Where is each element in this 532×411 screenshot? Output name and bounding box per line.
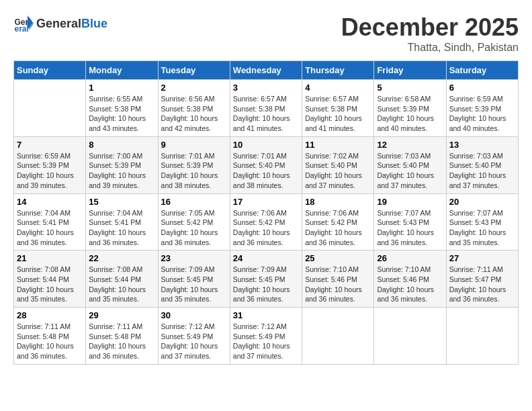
day-number: 24 xyxy=(233,253,299,263)
calendar-cell: 27Sunrise: 7:11 AM Sunset: 5:47 PM Dayli… xyxy=(446,250,518,308)
logo-general: General xyxy=(36,17,81,31)
day-info: Sunrise: 7:05 AM Sunset: 5:42 PM Dayligh… xyxy=(161,208,227,248)
calendar-cell xyxy=(302,308,374,365)
calendar-cell: 10Sunrise: 7:01 AM Sunset: 5:40 PM Dayli… xyxy=(230,136,302,193)
calendar-cell: 1Sunrise: 6:55 AM Sunset: 5:38 PM Daylig… xyxy=(86,80,158,137)
calendar-cell: 24Sunrise: 7:09 AM Sunset: 5:45 PM Dayli… xyxy=(230,250,302,308)
month-title: December 2025 xyxy=(341,13,519,42)
day-info: Sunrise: 7:11 AM Sunset: 5:48 PM Dayligh… xyxy=(17,322,83,361)
day-info: Sunrise: 7:12 AM Sunset: 5:49 PM Dayligh… xyxy=(233,322,299,361)
day-number: 25 xyxy=(305,253,371,263)
day-info: Sunrise: 7:03 AM Sunset: 5:40 PM Dayligh… xyxy=(377,151,443,191)
calendar-cell: 20Sunrise: 7:07 AM Sunset: 5:43 PM Dayli… xyxy=(446,193,518,250)
day-info: Sunrise: 6:57 AM Sunset: 5:38 PM Dayligh… xyxy=(233,94,299,134)
calendar-cell: 2Sunrise: 6:56 AM Sunset: 5:38 PM Daylig… xyxy=(158,80,230,137)
week-row-1: 7Sunrise: 6:59 AM Sunset: 5:39 PM Daylig… xyxy=(14,136,519,193)
header-wednesday: Wednesday xyxy=(230,61,302,80)
week-row-4: 28Sunrise: 7:11 AM Sunset: 5:48 PM Dayli… xyxy=(14,308,519,365)
day-number: 11 xyxy=(305,140,371,150)
day-info: Sunrise: 7:09 AM Sunset: 5:45 PM Dayligh… xyxy=(161,265,227,304)
day-number: 10 xyxy=(233,140,299,150)
day-info: Sunrise: 7:08 AM Sunset: 5:44 PM Dayligh… xyxy=(17,265,83,304)
day-info: Sunrise: 6:58 AM Sunset: 5:39 PM Dayligh… xyxy=(377,94,443,134)
location-title: Thatta, Sindh, Pakistan xyxy=(341,42,519,54)
day-number: 1 xyxy=(89,83,154,93)
header-tuesday: Tuesday xyxy=(158,61,230,80)
day-info: Sunrise: 7:10 AM Sunset: 5:46 PM Dayligh… xyxy=(377,265,443,304)
day-number: 31 xyxy=(233,310,299,320)
calendar-cell: 7Sunrise: 6:59 AM Sunset: 5:39 PM Daylig… xyxy=(14,136,86,193)
calendar-cell: 9Sunrise: 7:01 AM Sunset: 5:39 PM Daylig… xyxy=(158,136,230,193)
calendar-cell: 16Sunrise: 7:05 AM Sunset: 5:42 PM Dayli… xyxy=(158,193,230,250)
header-friday: Friday xyxy=(374,61,446,80)
calendar-cell xyxy=(446,308,518,365)
day-number: 26 xyxy=(377,253,443,263)
day-info: Sunrise: 7:12 AM Sunset: 5:49 PM Dayligh… xyxy=(161,322,227,361)
day-info: Sunrise: 6:55 AM Sunset: 5:38 PM Dayligh… xyxy=(89,94,154,134)
calendar-cell: 4Sunrise: 6:57 AM Sunset: 5:38 PM Daylig… xyxy=(302,80,374,137)
logo-blue: Blue xyxy=(81,17,107,31)
day-number: 6 xyxy=(449,83,515,93)
calendar-cell: 14Sunrise: 7:04 AM Sunset: 5:41 PM Dayli… xyxy=(14,193,86,250)
day-info: Sunrise: 7:10 AM Sunset: 5:46 PM Dayligh… xyxy=(305,265,371,304)
calendar-cell: 29Sunrise: 7:11 AM Sunset: 5:48 PM Dayli… xyxy=(86,308,158,365)
day-info: Sunrise: 7:06 AM Sunset: 5:42 PM Dayligh… xyxy=(233,208,299,248)
day-number: 3 xyxy=(233,83,299,93)
calendar-header-row: SundayMondayTuesdayWednesdayThursdayFrid… xyxy=(14,61,519,80)
day-info: Sunrise: 7:09 AM Sunset: 5:45 PM Dayligh… xyxy=(233,265,299,304)
calendar-cell: 19Sunrise: 7:07 AM Sunset: 5:43 PM Dayli… xyxy=(374,193,446,250)
day-number: 21 xyxy=(17,253,83,263)
day-number: 12 xyxy=(377,140,443,150)
calendar-cell: 15Sunrise: 7:04 AM Sunset: 5:41 PM Dayli… xyxy=(86,193,158,250)
page-header: Gen eral General Blue December 2025 That… xyxy=(13,13,519,54)
day-info: Sunrise: 7:04 AM Sunset: 5:41 PM Dayligh… xyxy=(17,208,83,248)
day-number: 20 xyxy=(449,197,515,207)
day-info: Sunrise: 6:59 AM Sunset: 5:39 PM Dayligh… xyxy=(17,151,83,191)
calendar-cell: 25Sunrise: 7:10 AM Sunset: 5:46 PM Dayli… xyxy=(302,250,374,308)
calendar-cell: 17Sunrise: 7:06 AM Sunset: 5:42 PM Dayli… xyxy=(230,193,302,250)
calendar-cell: 21Sunrise: 7:08 AM Sunset: 5:44 PM Dayli… xyxy=(14,250,86,308)
day-number: 7 xyxy=(17,140,83,150)
week-row-0: 1Sunrise: 6:55 AM Sunset: 5:38 PM Daylig… xyxy=(14,80,519,137)
logo-icon: Gen eral xyxy=(13,13,34,34)
day-number: 30 xyxy=(161,310,227,320)
day-info: Sunrise: 7:03 AM Sunset: 5:40 PM Dayligh… xyxy=(449,151,515,191)
day-number: 23 xyxy=(161,253,227,263)
day-number: 28 xyxy=(17,310,83,320)
day-number: 15 xyxy=(89,197,154,207)
header-monday: Monday xyxy=(86,61,158,80)
day-number: 16 xyxy=(161,197,227,207)
day-info: Sunrise: 7:00 AM Sunset: 5:39 PM Dayligh… xyxy=(89,151,154,191)
day-number: 19 xyxy=(377,197,443,207)
day-info: Sunrise: 6:59 AM Sunset: 5:39 PM Dayligh… xyxy=(449,94,515,134)
day-number: 13 xyxy=(449,140,515,150)
day-info: Sunrise: 6:56 AM Sunset: 5:38 PM Dayligh… xyxy=(161,94,227,134)
logo: Gen eral General Blue xyxy=(13,13,107,34)
day-info: Sunrise: 7:04 AM Sunset: 5:41 PM Dayligh… xyxy=(89,208,154,248)
day-info: Sunrise: 7:01 AM Sunset: 5:39 PM Dayligh… xyxy=(161,151,227,191)
calendar-cell: 6Sunrise: 6:59 AM Sunset: 5:39 PM Daylig… xyxy=(446,80,518,137)
calendar-cell xyxy=(14,80,86,137)
day-number: 27 xyxy=(449,253,515,263)
day-info: Sunrise: 7:07 AM Sunset: 5:43 PM Dayligh… xyxy=(377,208,443,248)
day-number: 29 xyxy=(89,310,154,320)
calendar-cell: 11Sunrise: 7:02 AM Sunset: 5:40 PM Dayli… xyxy=(302,136,374,193)
day-info: Sunrise: 7:07 AM Sunset: 5:43 PM Dayligh… xyxy=(449,208,515,248)
title-section: December 2025 Thatta, Sindh, Pakistan xyxy=(341,13,519,54)
svg-text:eral: eral xyxy=(15,24,29,34)
header-thursday: Thursday xyxy=(302,61,374,80)
day-number: 17 xyxy=(233,197,299,207)
calendar-cell: 23Sunrise: 7:09 AM Sunset: 5:45 PM Dayli… xyxy=(158,250,230,308)
calendar-cell: 26Sunrise: 7:10 AM Sunset: 5:46 PM Dayli… xyxy=(374,250,446,308)
calendar-cell xyxy=(374,308,446,365)
calendar-cell: 8Sunrise: 7:00 AM Sunset: 5:39 PM Daylig… xyxy=(86,136,158,193)
day-number: 9 xyxy=(161,140,227,150)
calendar-cell: 31Sunrise: 7:12 AM Sunset: 5:49 PM Dayli… xyxy=(230,308,302,365)
calendar-body: 1Sunrise: 6:55 AM Sunset: 5:38 PM Daylig… xyxy=(14,80,519,365)
calendar-cell: 3Sunrise: 6:57 AM Sunset: 5:38 PM Daylig… xyxy=(230,80,302,137)
day-number: 8 xyxy=(89,140,154,150)
calendar-cell: 5Sunrise: 6:58 AM Sunset: 5:39 PM Daylig… xyxy=(374,80,446,137)
day-info: Sunrise: 6:57 AM Sunset: 5:38 PM Dayligh… xyxy=(305,94,371,134)
day-info: Sunrise: 7:02 AM Sunset: 5:40 PM Dayligh… xyxy=(305,151,371,191)
calendar-cell: 22Sunrise: 7:08 AM Sunset: 5:44 PM Dayli… xyxy=(86,250,158,308)
